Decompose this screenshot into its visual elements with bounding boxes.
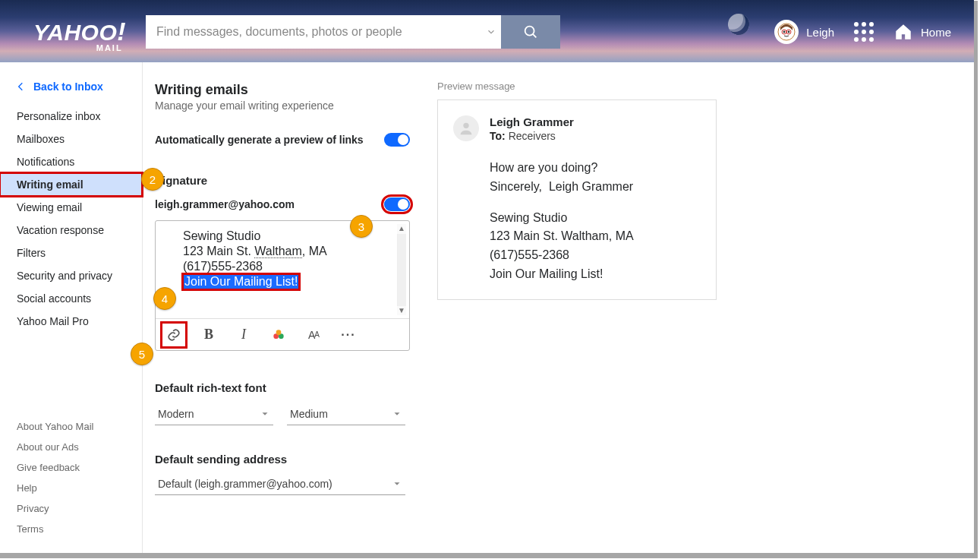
default-sending-value: Default (leigh.grammer@yahoo.com) <box>158 478 332 490</box>
nav-social-accounts[interactable]: Social accounts <box>0 287 142 310</box>
settings-nav: Personalize inbox Mailboxes Notification… <box>0 105 142 333</box>
signature-editor: Sewing Studio 123 Main St. Waltham, MA (… <box>155 220 410 351</box>
username-label[interactable]: Leigh <box>806 26 834 39</box>
sig-line-3: (617)555-2368 <box>183 259 399 274</box>
search-box <box>146 15 501 49</box>
more-options-button[interactable]: ··· <box>339 326 358 344</box>
nav-viewing-email[interactable]: Viewing email <box>0 196 142 219</box>
font-family-select[interactable]: Modern <box>155 403 273 425</box>
nav-personalize-inbox[interactable]: Personalize inbox <box>0 105 142 128</box>
nav-filters[interactable]: Filters <box>0 242 142 264</box>
annotation-4: 4 <box>153 287 176 310</box>
bold-button[interactable]: B <box>200 326 218 344</box>
auto-preview-toggle[interactable] <box>384 133 410 147</box>
footer-privacy[interactable]: Privacy <box>0 498 142 519</box>
text-color-button[interactable] <box>269 326 288 344</box>
footer-terms[interactable]: Terms <box>0 519 142 539</box>
rich-text-font-heading: Default rich-text font <box>155 381 410 394</box>
apps-grid-icon[interactable] <box>854 22 874 42</box>
nav-writing-email[interactable]: Writing email <box>0 173 142 196</box>
logo-text: YAHOO <box>33 20 117 45</box>
font-family-value: Modern <box>158 408 194 420</box>
insert-link-button[interactable] <box>165 326 183 344</box>
search-bar <box>146 15 560 49</box>
nav-security-privacy[interactable]: Security and privacy <box>0 264 142 287</box>
sig-line-2: 123 Main St. Waltham, MA <box>183 244 399 259</box>
svg-point-3 <box>783 31 786 33</box>
svg-point-0 <box>525 27 534 36</box>
signature-email: leigh.grammer@yahoo.com <box>155 198 295 210</box>
font-size-select[interactable]: Medium <box>287 403 405 425</box>
settings-sidebar: Back to Inbox Personalize inbox Mailboxe… <box>0 62 143 553</box>
scroll-up-icon[interactable]: ▲ <box>398 224 405 234</box>
writing-email-settings: Writing emails Manage your email writing… <box>143 62 425 553</box>
preview-avatar-icon <box>453 115 479 141</box>
signature-account-row: leigh.grammer@yahoo.com <box>155 197 410 211</box>
signature-toggle[interactable] <box>384 197 410 211</box>
svg-line-1 <box>533 34 536 37</box>
auto-preview-row: Automatically generate a preview of link… <box>155 133 410 147</box>
nav-yahoo-mail-pro[interactable]: Yahoo Mail Pro <box>0 310 142 333</box>
preview-heading: Preview message <box>437 81 959 92</box>
header-right: Leigh Home <box>774 20 951 44</box>
annotation-2: 2 <box>141 168 164 191</box>
footer-about-ads[interactable]: About our Ads <box>0 437 142 457</box>
yahoo-logo[interactable]: YAHOO! MAIL <box>33 17 126 52</box>
italic-button[interactable]: I <box>235 326 253 344</box>
home-label: Home <box>921 26 951 39</box>
preview-body: How are you doing? Sincerely, Leigh Gram… <box>490 159 701 284</box>
svg-point-10 <box>463 123 468 128</box>
default-sending-heading: Default sending address <box>155 453 410 466</box>
user-avatar[interactable] <box>774 20 799 44</box>
search-dropdown-caret[interactable] <box>481 27 501 37</box>
moon-graphic <box>725 11 752 38</box>
signature-textarea[interactable]: Sewing Studio 123 Main St. Waltham, MA (… <box>156 221 409 318</box>
nav-vacation-response[interactable]: Vacation response <box>0 219 142 242</box>
nav-notifications[interactable]: Notifications <box>0 150 142 173</box>
nav-mailboxes[interactable]: Mailboxes <box>0 128 142 150</box>
footer-about-yahoo-mail[interactable]: About Yahoo Mail <box>0 416 142 437</box>
search-input[interactable] <box>146 15 481 49</box>
home-button[interactable]: Home <box>893 22 951 42</box>
signature-heading: Signature <box>155 174 410 187</box>
annotation-3: 3 <box>350 215 373 238</box>
page-title: Writing emails <box>155 82 410 98</box>
search-button[interactable] <box>501 15 560 49</box>
back-label: Back to Inbox <box>33 81 103 93</box>
scroll-down-icon[interactable]: ▼ <box>398 306 405 316</box>
svg-point-9 <box>276 330 282 335</box>
app-header: YAHOO! MAIL Leigh Home <box>0 0 974 62</box>
footer-links: About Yahoo Mail About our Ads Give feed… <box>0 416 142 553</box>
preview-from: Leigh Grammer <box>490 115 701 128</box>
footer-help[interactable]: Help <box>0 478 142 498</box>
signature-toolbar: B I AA ··· <box>156 318 409 350</box>
footer-give-feedback[interactable]: Give feedback <box>0 457 142 478</box>
preview-area: Preview message Leigh Grammer To: Receiv… <box>425 62 974 553</box>
sig-line-4-selected[interactable]: Join Our Mailing List! <box>183 274 299 289</box>
svg-point-4 <box>788 31 790 33</box>
back-to-inbox-link[interactable]: Back to Inbox <box>0 65 142 100</box>
default-sending-select[interactable]: Default (leigh.grammer@yahoo.com) <box>155 473 405 495</box>
annotation-5: 5 <box>131 343 153 365</box>
editor-scrollbar[interactable]: ▲ ▼ <box>397 224 406 315</box>
preview-message-card: Leigh Grammer To: Receivers How are you … <box>437 99 717 300</box>
font-size-value: Medium <box>290 408 328 420</box>
logo-exclaim: ! <box>117 17 125 46</box>
page-subtitle: Manage your email writing experience <box>155 99 410 112</box>
preview-to: To: Receivers <box>490 130 701 142</box>
auto-preview-label: Automatically generate a preview of link… <box>155 134 364 146</box>
font-size-button[interactable]: AA <box>304 326 323 344</box>
